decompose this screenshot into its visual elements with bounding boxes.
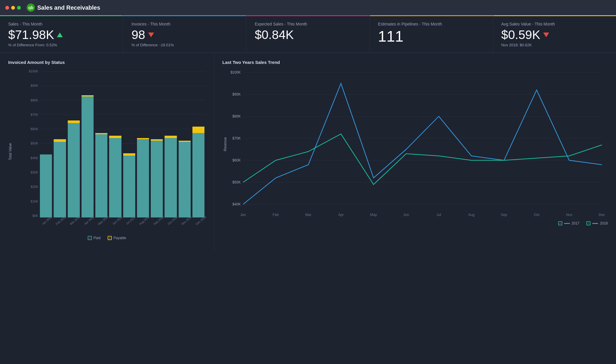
y-tick: $80K <box>26 98 38 102</box>
bar-group <box>179 69 191 217</box>
traffic-lights <box>5 6 21 10</box>
bar-stack <box>123 153 135 217</box>
bar-group <box>95 69 107 217</box>
bar-chart-title: Invoiced Amount by Status <box>8 60 206 65</box>
line-chart-title: Last Two Years Sales Trend <box>222 60 608 65</box>
bar-group <box>123 69 135 217</box>
bar-chart-legend: ✓ Paid ✓ Payable <box>8 236 206 240</box>
y-tick: $30K <box>26 171 38 174</box>
maximize-button[interactable] <box>17 6 21 10</box>
legend-2017: ✓ 2017 <box>558 221 580 225</box>
app-logo: qb <box>27 4 35 12</box>
bar-group <box>40 69 52 217</box>
2018-label: 2018 <box>600 221 608 225</box>
bar-stack <box>192 127 204 217</box>
kpi-label: Sales - This Month <box>8 22 115 26</box>
paid-label: Paid <box>94 236 101 240</box>
y-tick: $50K <box>26 142 38 145</box>
bar-stack <box>179 141 191 217</box>
bar-payable <box>123 153 135 156</box>
x-tick-label: May <box>370 213 377 217</box>
bar-group <box>109 69 121 217</box>
legend-2018: ✓ 2018 <box>586 221 608 225</box>
bar-payable <box>68 120 80 123</box>
x-tick-label: Aug <box>468 213 475 217</box>
page-title: Sales and Receivables <box>37 4 100 11</box>
y-tick: $40K <box>26 156 38 160</box>
legend-payable: ✓ Payable <box>108 236 126 240</box>
bar-group <box>165 69 177 217</box>
bar-paid <box>95 134 107 217</box>
kpi-label: Expected Sales - This Month <box>255 22 361 26</box>
x-tick-label: Jul <box>436 213 441 217</box>
y-tick: $0K <box>26 214 38 217</box>
bar-stack <box>82 95 94 217</box>
legend-paid: ✓ Paid <box>88 236 101 240</box>
y-tick-label: $40K <box>232 202 241 206</box>
bar-paid <box>40 154 52 217</box>
bar-paid <box>192 133 204 217</box>
kpi-value: 111 <box>378 29 485 44</box>
2017-check: ✓ <box>558 221 562 225</box>
kpi-value: 98 <box>131 29 238 41</box>
payable-label: Payable <box>114 236 126 240</box>
y-tick: $90K <box>26 84 38 87</box>
revenue-axis-label: Revenue <box>223 137 227 151</box>
bar-paid <box>123 156 135 217</box>
y-tick-label: $70K <box>232 136 241 140</box>
bar-group <box>54 69 66 217</box>
bar-paid <box>179 142 191 217</box>
kpi-label: Invoices - This Month <box>131 22 238 26</box>
logo-text: qb <box>28 5 33 10</box>
y-tick-label: $100K <box>231 70 241 74</box>
2018-swatch <box>592 223 598 224</box>
bar-payable <box>165 136 177 138</box>
payable-check: ✓ <box>108 236 112 240</box>
bar-stack <box>68 120 80 217</box>
minimize-button[interactable] <box>11 6 15 10</box>
bar-group <box>151 69 163 217</box>
2017-swatch <box>564 223 570 224</box>
y-tick-label: $50K <box>232 180 241 184</box>
bar-stack <box>109 136 121 218</box>
bar-stack <box>54 139 66 217</box>
y-tick: $100K <box>26 69 38 73</box>
bar-chart-inner: $100K$90K$80K$70K$60K$50K$40K$30K$20K$10… <box>15 69 206 234</box>
bar-stack <box>165 136 177 218</box>
x-tick-label: Dec <box>599 213 605 217</box>
kpi-label: Estimates in Pipelines - This Month <box>378 22 485 26</box>
bar-payable <box>54 139 66 142</box>
kpi-card-avg_sales: Avg Sales Value - This Month $0.59K Nov … <box>493 15 616 52</box>
kpi-value: $71.98K <box>8 29 115 41</box>
bar-paid <box>54 142 66 217</box>
kpi-card-expected: Expected Sales - This Month $0.84K <box>246 15 370 52</box>
bar-paid <box>82 96 94 217</box>
bar-paid <box>109 138 121 217</box>
trend-up-icon <box>57 33 63 37</box>
bar-paid <box>137 139 149 217</box>
trend-down-icon <box>148 33 154 37</box>
line-chart-container: $100K$90K$80K$70K$60K$50K$40KJanFebMarAp… <box>222 69 608 219</box>
line-2017 <box>243 84 602 205</box>
paid-check: ✓ <box>88 236 92 240</box>
kpi-card-estimates: Estimates in Pipelines - This Month 111 <box>370 15 493 52</box>
titlebar: qb Sales and Receivables <box>0 0 616 15</box>
2018-check: ✓ <box>586 221 590 225</box>
bar-chart-container: Total Value $100K$90K$80K$70K$60K$50K$40… <box>8 69 206 234</box>
x-tick-label: Apr <box>338 213 344 217</box>
y-tick: $10K <box>26 200 38 203</box>
kpi-label: Avg Sales Value - This Month <box>501 22 608 26</box>
charts-row: Invoiced Amount by Status Total Value $1… <box>0 53 616 252</box>
y-tick-label: $90K <box>232 92 241 96</box>
close-button[interactable] <box>5 6 9 10</box>
x-labels: Jan 2018Feb 2018Mar 2018Apr 2018May 2018… <box>39 217 206 234</box>
kpi-card-invoices: Invoices - This Month 98 % of Difference… <box>123 15 246 52</box>
bar-group <box>82 69 94 217</box>
bar-group <box>137 69 149 217</box>
bar-payable <box>109 136 121 138</box>
bar-payable <box>192 127 204 133</box>
y-tick-label: $80K <box>232 114 241 118</box>
x-tick-label: Feb <box>273 213 279 217</box>
bars-area <box>39 69 206 217</box>
y-tick: $70K <box>26 113 38 116</box>
